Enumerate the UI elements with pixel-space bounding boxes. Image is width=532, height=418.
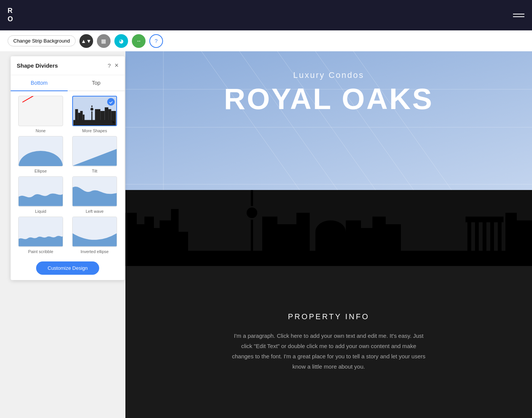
- crop-button[interactable]: ◕: [114, 34, 128, 48]
- check-icon: [109, 100, 113, 104]
- shape-paint-label: Paint scribble: [28, 249, 53, 254]
- shape-dividers-panel: Shape Dividers ? × Bottom Top None: [11, 56, 125, 280]
- customize-design-button[interactable]: Customize Design: [36, 261, 99, 275]
- shape-tilt-preview: [72, 136, 117, 166]
- logo: R O: [8, 7, 13, 23]
- ellipse-shape: [19, 151, 63, 166]
- property-title: PROPERTY INFO: [288, 312, 370, 321]
- tab-bottom[interactable]: Bottom: [11, 75, 68, 91]
- property-section: PROPERTY INFO I'm a paragraph. Click her…: [125, 266, 532, 418]
- shape-grid: None: [11, 91, 125, 258]
- arrange-button[interactable]: ▲▼: [79, 34, 93, 48]
- shape-more[interactable]: 🖱 More Shapes: [69, 96, 120, 133]
- change-bg-button[interactable]: Change Strip Background: [8, 35, 76, 46]
- none-icon: [22, 96, 54, 103]
- property-body: I'm a paragraph. Click here to add your …: [230, 331, 428, 372]
- hamburger-menu[interactable]: [513, 14, 524, 17]
- panel-tabs: Bottom Top: [11, 75, 125, 91]
- panel-header: Shape Dividers ? ×: [11, 56, 125, 75]
- shape-more-label: More Shapes: [82, 128, 107, 133]
- shape-more-preview: 🖱: [72, 96, 117, 126]
- shape-tilt[interactable]: Tilt: [69, 136, 120, 173]
- panel-title: Shape Dividers: [17, 62, 58, 69]
- shape-left-wave-label: Left wave: [86, 209, 103, 214]
- svg-rect-36: [466, 217, 504, 222]
- shape-none-preview: [18, 96, 63, 126]
- shape-paint-scribble-preview: [18, 217, 63, 247]
- panel-close-button[interactable]: ×: [114, 62, 119, 70]
- city-silhouette: [125, 190, 532, 266]
- shape-ellipse-preview: [18, 136, 63, 166]
- toolbar: Change Strip Background ▲▼ ▦ ◕ ↔ ?: [0, 30, 532, 51]
- left-wave-svg: [73, 176, 117, 206]
- svg-point-26: [315, 220, 346, 243]
- shape-left-wave[interactable]: Left wave: [69, 176, 120, 214]
- shape-none-label: None: [36, 128, 46, 133]
- city-svg: [125, 190, 532, 266]
- tilt-shape-svg: [73, 136, 117, 166]
- paint-svg: [19, 217, 63, 247]
- hero-title: ROYAL OAKS: [125, 84, 532, 114]
- shape-inv-ellipse-preview: [72, 217, 117, 247]
- shape-ellipse-label: Ellipse: [35, 169, 47, 173]
- svg-rect-53: [73, 120, 116, 125]
- hero-section: Luxury Condos ROYAL OAKS: [125, 51, 532, 266]
- shape-ellipse[interactable]: Ellipse: [15, 136, 66, 173]
- help-button[interactable]: ?: [149, 34, 163, 48]
- shape-paint-scribble[interactable]: Paint scribble: [15, 217, 66, 254]
- panel-help-button[interactable]: ?: [108, 62, 111, 69]
- top-bar: R O: [0, 0, 532, 30]
- layout-button[interactable]: ▦: [97, 34, 111, 48]
- flip-button[interactable]: ↔: [132, 34, 146, 48]
- svg-point-47: [90, 108, 93, 111]
- shape-liquid-preview: [18, 176, 63, 207]
- svg-point-20: [247, 207, 257, 218]
- shape-liquid-label: Liquid: [35, 209, 46, 214]
- tab-top[interactable]: Top: [68, 75, 125, 90]
- shape-left-wave-preview: [72, 176, 117, 207]
- shape-inv-ellipse-label: Inverted ellipse: [81, 249, 109, 254]
- shape-liquid[interactable]: Liquid: [15, 176, 66, 214]
- shape-none[interactable]: None: [15, 96, 66, 133]
- svg-rect-39: [125, 251, 532, 266]
- liquid-svg: [19, 176, 63, 206]
- hero-subtitle: Luxury Condos: [125, 70, 532, 80]
- hero-content: Luxury Condos ROYAL OAKS: [125, 70, 532, 114]
- inv-ellipse-svg: [73, 217, 117, 247]
- svg-rect-21: [251, 190, 253, 205]
- selected-indicator: [107, 98, 115, 106]
- panel-header-icons: ? ×: [108, 62, 119, 70]
- svg-marker-54: [73, 149, 117, 166]
- shape-tilt-label: Tilt: [92, 169, 97, 173]
- shape-inverted-ellipse[interactable]: Inverted ellipse: [69, 217, 120, 254]
